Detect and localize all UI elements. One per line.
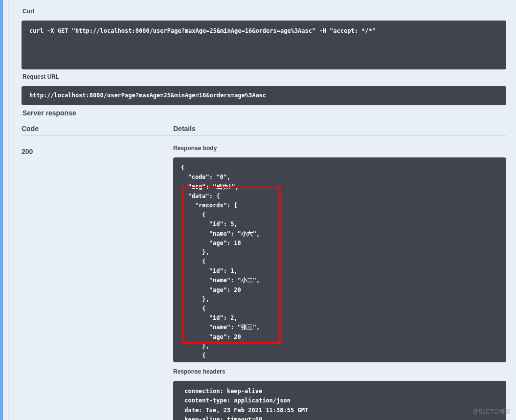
- status-code: 200: [22, 140, 173, 420]
- response-headers[interactable]: connection: keep-alive content-type: app…: [173, 381, 506, 420]
- curl-label: Curl: [22, 8, 506, 15]
- response-body[interactable]: { "code": "0", "msg": "成功!", "data": { "…: [173, 157, 506, 362]
- response-headers-label: Response headers: [173, 368, 506, 375]
- code-header: Code: [22, 125, 173, 133]
- request-url[interactable]: http://localhost:8080/userPage?maxAge=25…: [22, 86, 506, 105]
- details-header: Details: [173, 125, 506, 133]
- curl-command[interactable]: curl -X GET "http://localhost:8080/userP…: [22, 21, 506, 69]
- response-body-label: Response body: [173, 145, 506, 152]
- watermark: @51CTO博客: [472, 408, 511, 416]
- server-response-title: Server response: [22, 109, 506, 117]
- request-url-label: Request URL: [22, 73, 506, 80]
